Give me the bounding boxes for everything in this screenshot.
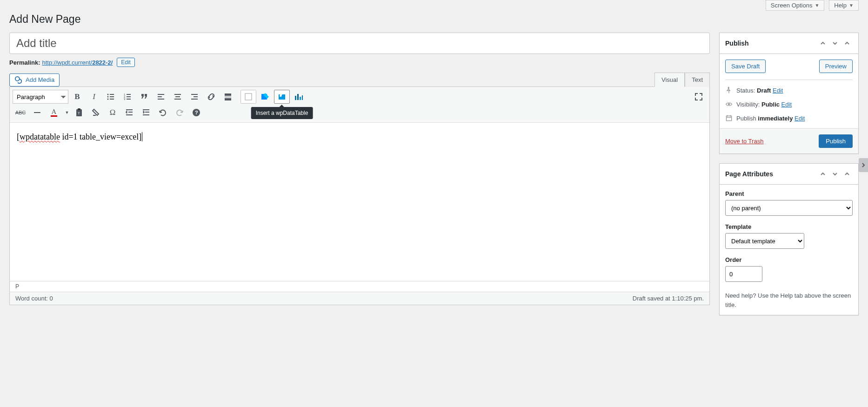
template-select[interactable]: Default template xyxy=(725,233,804,249)
edit-permalink-button[interactable]: Edit xyxy=(117,58,135,67)
blockquote-button[interactable] xyxy=(136,90,152,104)
italic-button[interactable]: I xyxy=(86,90,102,104)
tab-text[interactable]: Text xyxy=(685,73,710,87)
screen-options-button[interactable]: Screen Options▼ xyxy=(766,0,825,11)
svg-rect-39 xyxy=(126,114,133,115)
edit-status-link[interactable]: Edit xyxy=(773,87,783,94)
svg-text:3: 3 xyxy=(124,98,126,100)
move-down-button[interactable] xyxy=(829,38,841,49)
bullet-list-button[interactable] xyxy=(103,90,119,104)
preview-button[interactable]: Preview xyxy=(819,60,853,73)
link-button[interactable] xyxy=(203,90,219,104)
outdent-button[interactable] xyxy=(121,106,137,120)
svg-rect-42 xyxy=(143,114,149,115)
svg-rect-10 xyxy=(127,96,131,97)
eye-icon xyxy=(725,100,733,108)
svg-rect-37 xyxy=(126,109,133,110)
chevron-right-icon xyxy=(861,163,866,167)
toggle-panel-button[interactable] xyxy=(841,168,853,180)
element-path: P xyxy=(10,281,709,292)
paste-text-button[interactable]: T xyxy=(71,106,87,120)
wpdt-insert-button[interactable]: Insert a wpDataTable xyxy=(274,90,290,104)
align-right-button[interactable] xyxy=(187,90,202,104)
wpdt-chart-button[interactable] xyxy=(291,90,307,104)
order-label: Order xyxy=(725,256,853,263)
move-up-button[interactable] xyxy=(817,168,828,180)
svg-point-5 xyxy=(107,99,109,100)
content-editor[interactable]: [wpdatatable id=1 table_view=excel] xyxy=(10,123,709,281)
collapse-sidebar-button[interactable] xyxy=(859,158,868,172)
svg-rect-31 xyxy=(300,97,301,100)
svg-rect-6 xyxy=(110,99,114,100)
svg-point-1 xyxy=(107,94,109,95)
status-row: Status: Draft Edit xyxy=(725,87,853,94)
draft-saved-status: Draft saved at 1:10:25 pm. xyxy=(633,295,704,302)
align-left-button[interactable] xyxy=(153,90,169,104)
redo-button[interactable] xyxy=(172,106,187,120)
svg-text:T: T xyxy=(78,111,80,115)
svg-rect-23 xyxy=(225,97,231,97)
svg-rect-12 xyxy=(127,99,131,100)
permalink-label: Permalink: xyxy=(9,59,40,66)
indent-button[interactable] xyxy=(138,106,154,120)
pin-icon xyxy=(725,87,733,94)
svg-point-45 xyxy=(728,103,730,105)
wpdt-new-button[interactable] xyxy=(257,90,273,104)
number-list-button[interactable]: 123 xyxy=(120,90,135,104)
readmore-button[interactable] xyxy=(220,90,236,104)
move-up-button[interactable] xyxy=(817,38,828,49)
text-color-button[interactable]: A xyxy=(46,106,62,120)
media-icon xyxy=(14,76,23,84)
format-select[interactable]: Paragraph xyxy=(13,90,68,104)
word-count: Word count: 0 xyxy=(15,295,53,302)
edit-schedule-link[interactable]: Edit xyxy=(795,115,805,122)
svg-rect-38 xyxy=(128,112,133,113)
title-input[interactable] xyxy=(9,33,710,54)
publish-button[interactable]: Publish xyxy=(819,134,853,148)
tooltip: Insert a wpDataTable xyxy=(251,107,313,119)
svg-rect-17 xyxy=(175,96,180,97)
svg-rect-14 xyxy=(158,96,162,97)
svg-rect-24 xyxy=(225,98,231,100)
save-draft-button[interactable]: Save Draft xyxy=(725,60,766,73)
bold-button[interactable]: B xyxy=(69,90,85,104)
page-title: Add New Page xyxy=(9,13,859,26)
text-cursor xyxy=(142,132,142,141)
svg-rect-27 xyxy=(279,94,285,100)
chevron-down-icon: ▼ xyxy=(849,3,854,8)
svg-rect-22 xyxy=(225,93,231,96)
align-center-button[interactable] xyxy=(170,90,186,104)
svg-rect-21 xyxy=(191,99,198,100)
parent-select[interactable]: (no parent) xyxy=(725,200,853,216)
toolbar-toggle-button[interactable] xyxy=(240,90,256,104)
keyboard-help-button[interactable]: ? xyxy=(188,106,204,120)
page-attributes-box: Page Attributes Parent (no parent) Templ… xyxy=(719,163,859,315)
toggle-panel-button[interactable] xyxy=(841,38,853,49)
tab-visual[interactable]: Visual xyxy=(654,73,685,87)
move-to-trash-link[interactable]: Move to Trash xyxy=(725,138,763,145)
editor-box: Paragraph B I 123 xyxy=(9,87,710,305)
svg-rect-16 xyxy=(174,94,181,95)
edit-visibility-link[interactable]: Edit xyxy=(781,101,792,108)
strikethrough-button[interactable]: ABC xyxy=(13,106,28,120)
svg-rect-41 xyxy=(145,112,149,113)
clear-format-button[interactable] xyxy=(88,106,104,120)
calendar-icon xyxy=(725,114,733,122)
text-color-dropdown[interactable]: ▼ xyxy=(63,106,70,120)
schedule-row: Publish immediately Edit xyxy=(725,114,853,122)
permalink-link[interactable]: http://wpdt.current/2822-2/ xyxy=(42,59,113,66)
help-button[interactable]: Help▼ xyxy=(829,0,859,11)
special-char-button[interactable]: Ω xyxy=(105,106,120,120)
svg-rect-4 xyxy=(110,96,114,97)
order-input[interactable] xyxy=(725,266,762,282)
fullscreen-button[interactable] xyxy=(691,90,707,104)
move-down-button[interactable] xyxy=(829,168,841,180)
svg-rect-19 xyxy=(191,94,198,95)
publish-title: Publish xyxy=(725,40,749,47)
add-media-button[interactable]: Add Media xyxy=(9,73,60,87)
undo-button[interactable] xyxy=(155,106,171,120)
svg-text:?: ? xyxy=(195,110,198,115)
chevron-down-icon: ▼ xyxy=(815,3,819,8)
hr-button[interactable] xyxy=(29,106,45,120)
svg-rect-2 xyxy=(110,94,114,95)
